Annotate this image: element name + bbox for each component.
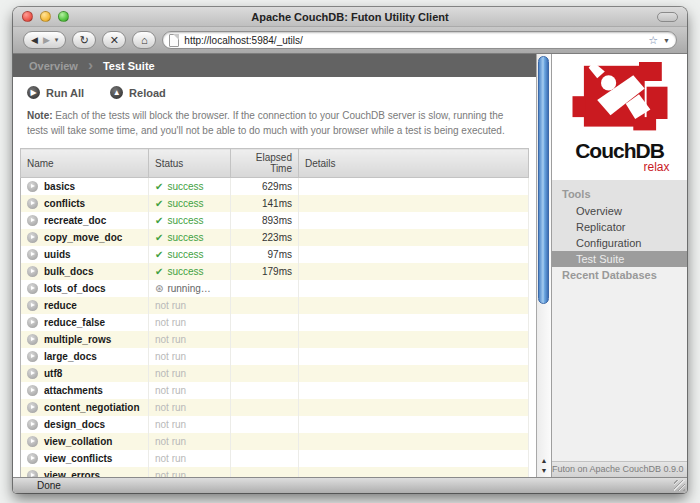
test-details — [299, 195, 529, 212]
run-test-icon[interactable] — [27, 317, 38, 328]
arrow-up-icon: ▲ — [110, 86, 123, 99]
test-name: content_negotiation — [44, 402, 140, 413]
test-row: design_docsnot run — [21, 416, 529, 433]
page-title: Test Suite — [103, 60, 155, 72]
run-test-icon[interactable] — [27, 385, 38, 396]
test-status: success — [167, 266, 203, 277]
test-row: view_errorsnot run — [21, 467, 529, 477]
column-header-elapsed: Elapsed Time — [231, 149, 299, 178]
test-name: utf8 — [44, 368, 62, 379]
bookmark-star-icon[interactable]: ☆ — [648, 35, 658, 46]
address-bar[interactable]: http://localhost:5984/_utils/ ☆ ▼ — [162, 31, 677, 49]
scroll-up-icon[interactable]: ▲ — [537, 456, 551, 466]
toolbar-toggle-widget[interactable] — [657, 12, 678, 22]
address-dropdown-icon[interactable]: ▼ — [663, 37, 670, 44]
run-test-icon[interactable] — [27, 283, 38, 294]
run-test-icon[interactable] — [27, 198, 38, 209]
test-details — [299, 399, 529, 416]
test-details — [299, 450, 529, 467]
run-test-icon[interactable] — [27, 402, 38, 413]
back-forward-buttons[interactable]: ◀ ▶ ▾ — [23, 31, 66, 49]
sidebar-item-configuration[interactable]: Configuration — [552, 235, 687, 251]
test-details — [299, 382, 529, 399]
history-caret-icon[interactable]: ▾ — [55, 36, 59, 44]
test-row: reducenot run — [21, 297, 529, 314]
tests-table: Name Status Elapsed Time Details basicss… — [20, 148, 529, 477]
vertical-scrollbar[interactable]: ▲ ▼ — [536, 54, 551, 477]
test-details — [299, 331, 529, 348]
test-name: recreate_doc — [44, 215, 106, 226]
run-test-icon[interactable] — [27, 249, 38, 260]
run-test-icon[interactable] — [27, 419, 38, 430]
couchdb-logo-link[interactable]: CouchDB relax — [552, 54, 687, 180]
test-name: basics — [44, 181, 75, 192]
scroll-down-icon[interactable]: ▼ — [537, 466, 551, 476]
run-test-icon[interactable] — [27, 368, 38, 379]
sidebar-item-replicator[interactable]: Replicator — [552, 219, 687, 235]
tools-heading: Tools — [552, 186, 687, 203]
test-row: view_conflictsnot run — [21, 450, 529, 467]
futon-version-label: Futon on Apache CouchDB 0.9.0 — [552, 461, 687, 477]
test-name: uuids — [44, 249, 71, 260]
back-icon[interactable]: ◀ — [31, 35, 38, 45]
test-details — [299, 229, 529, 246]
url-text[interactable]: http://localhost:5984/_utils/ — [184, 35, 643, 46]
status-icon — [155, 198, 163, 209]
sidebar-item-test-suite[interactable]: Test Suite — [552, 251, 687, 267]
reload-icon: ↻ — [80, 34, 89, 47]
forward-icon[interactable]: ▶ — [43, 35, 50, 45]
test-row: reduce_falsenot run — [21, 314, 529, 331]
browser-toolbar: ◀ ▶ ▾ ↻ ✕ ⌂ http://localhost:5984/_utils… — [13, 27, 687, 54]
scrollbar-thumb[interactable] — [538, 56, 549, 304]
test-name: reduce — [44, 300, 77, 311]
test-row: utf8not run — [21, 365, 529, 382]
test-elapsed-time — [231, 314, 299, 331]
test-name: copy_move_doc — [44, 232, 122, 243]
resize-grip[interactable] — [674, 480, 685, 491]
run-test-icon[interactable] — [27, 232, 38, 243]
test-row: large_docsnot run — [21, 348, 529, 365]
test-details — [299, 297, 529, 314]
test-status: not run — [155, 470, 186, 477]
logo-tagline: relax — [568, 161, 672, 174]
window-title: Apache CouchDB: Futon Utility Client — [13, 11, 687, 23]
run-test-icon[interactable] — [27, 334, 38, 345]
run-test-icon[interactable] — [27, 436, 38, 447]
column-header-name: Name — [21, 149, 149, 178]
note-label: Note: — [27, 110, 53, 121]
stop-icon: ✕ — [110, 34, 119, 47]
recent-databases-section: Recent Databases — [552, 267, 687, 461]
test-status: not run — [155, 436, 186, 447]
test-status: success — [167, 181, 203, 192]
status-icon — [155, 181, 163, 192]
test-row: conflictssuccess141ms — [21, 195, 529, 212]
test-status: success — [167, 232, 203, 243]
run-test-icon[interactable] — [27, 181, 38, 192]
home-icon: ⌂ — [141, 34, 148, 46]
recent-databases-heading: Recent Databases — [552, 267, 687, 284]
run-all-button[interactable]: ▶ Run All — [27, 86, 84, 99]
test-status: running… — [167, 283, 210, 294]
test-elapsed-time — [231, 348, 299, 365]
test-name: view_conflicts — [44, 453, 112, 464]
home-button[interactable]: ⌂ — [132, 31, 156, 49]
test-name: reduce_false — [44, 317, 105, 328]
test-details — [299, 212, 529, 229]
run-test-icon[interactable] — [27, 300, 38, 311]
run-test-icon[interactable] — [27, 470, 38, 477]
reload-tests-button[interactable]: ▲ Reload — [110, 86, 166, 99]
test-status: not run — [155, 419, 186, 430]
run-test-icon[interactable] — [27, 215, 38, 226]
run-test-icon[interactable] — [27, 266, 38, 277]
test-elapsed-time — [231, 450, 299, 467]
run-test-icon[interactable] — [27, 351, 38, 362]
column-header-details: Details — [299, 149, 529, 178]
breadcrumb-overview-link[interactable]: Overview — [29, 60, 78, 72]
stop-button[interactable]: ✕ — [102, 31, 126, 49]
browser-window: Apache CouchDB: Futon Utility Client ◀ ▶… — [13, 7, 687, 493]
reload-page-button[interactable]: ↻ — [72, 31, 96, 49]
test-details — [299, 280, 529, 297]
sidebar-item-overview[interactable]: Overview — [552, 203, 687, 219]
test-status: not run — [155, 453, 186, 464]
run-test-icon[interactable] — [27, 453, 38, 464]
